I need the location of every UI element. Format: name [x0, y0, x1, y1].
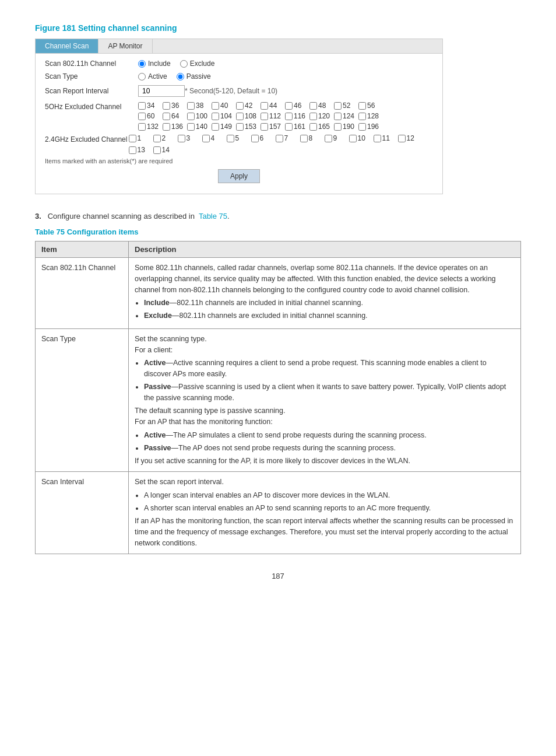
ch104[interactable]: 104 — [212, 112, 233, 120]
row2-item: Scan Type — [36, 328, 129, 471]
config-table: Item Description Scan 802.11h Channel So… — [35, 241, 521, 554]
scan-type-label: Scan Type — [45, 72, 138, 80]
exclude-label: Exclude — [190, 60, 215, 68]
ch132[interactable]: 132 — [138, 123, 159, 131]
5ghz-row1: 34 36 38 40 42 44 46 48 52 56 — [138, 102, 379, 110]
ch7[interactable]: 7 — [276, 134, 297, 142]
ch120[interactable]: 120 — [309, 112, 330, 120]
active-option[interactable]: Active — [138, 72, 167, 80]
ch60[interactable]: 60 — [138, 112, 159, 120]
apply-button[interactable]: Apply — [218, 169, 260, 183]
row3-bullet2: A shorter scan interval enables an AP to… — [144, 503, 515, 514]
ch112[interactable]: 112 — [261, 112, 281, 120]
ch42[interactable]: 42 — [236, 102, 257, 110]
ch12[interactable]: 12 — [398, 134, 419, 142]
row2-desc: Set the scanning type. For a client: Act… — [129, 328, 521, 471]
24ghz-channels: 1 2 3 4 5 6 7 8 9 10 11 12 13 14 — [129, 134, 433, 154]
row2-active-ap: Active—The AP simulates a client to send… — [144, 430, 515, 441]
scan-type-controls: Active Passive — [138, 72, 211, 80]
scan-interval-row: Scan Report Interval * Second(5-120, Def… — [45, 85, 433, 97]
row3-intro: Set the scan report interval. — [135, 477, 515, 488]
exclude-radio[interactable] — [180, 60, 188, 68]
row2-for-client: For a client: — [135, 345, 515, 356]
ch13[interactable]: 13 — [129, 146, 150, 154]
step3-period: . — [227, 212, 230, 220]
ch34[interactable]: 34 — [138, 102, 159, 110]
ch190[interactable]: 190 — [334, 123, 355, 131]
table-row: Scan 802.11h Channel Some 802.11h channe… — [36, 258, 521, 329]
ch100[interactable]: 100 — [187, 112, 208, 120]
ch9[interactable]: 9 — [325, 134, 346, 142]
ch3[interactable]: 3 — [178, 134, 199, 142]
step3-text: 3. Configure channel scanning as describ… — [35, 212, 521, 220]
table-row: Scan Interval Set the scan report interv… — [36, 472, 521, 554]
row2-passive-client: Passive—Passive scanning is used by a cl… — [144, 382, 515, 404]
table75-link[interactable]: Table 75 — [199, 212, 227, 220]
ch64[interactable]: 64 — [163, 112, 184, 120]
active-radio[interactable] — [138, 73, 146, 80]
ch5[interactable]: 5 — [227, 134, 248, 142]
row3-after: If an AP has the monitoring function, th… — [135, 516, 515, 548]
ch14[interactable]: 14 — [153, 146, 174, 154]
ch124[interactable]: 124 — [334, 112, 355, 120]
figure-title: Figure 181 Setting channel scanning — [35, 23, 521, 33]
ch116[interactable]: 116 — [285, 112, 306, 120]
ch8[interactable]: 8 — [300, 134, 321, 142]
5ghz-channels-grid: 34 36 38 40 42 44 46 48 52 56 60 64 100 … — [138, 102, 379, 131]
row2-passive-ap: Passive—The AP does not send probe reque… — [144, 443, 515, 454]
active-label: Active — [148, 72, 167, 80]
ch46[interactable]: 46 — [285, 102, 306, 110]
ch4[interactable]: 4 — [202, 134, 223, 142]
ch165[interactable]: 165 — [309, 123, 330, 131]
ch10[interactable]: 10 — [349, 134, 370, 142]
table-title: Table 75 Configuration items — [35, 228, 521, 236]
row1-bullets: Include—802.11h channels are included in… — [144, 298, 515, 321]
include-option[interactable]: Include — [138, 60, 171, 68]
passive-radio[interactable] — [177, 73, 184, 80]
form-note: Items marked with an asterisk(*) are req… — [45, 158, 433, 164]
row2-ap-bullets: Active—The AP simulates a client to send… — [144, 430, 515, 454]
ch108[interactable]: 108 — [236, 112, 257, 120]
ch157[interactable]: 157 — [261, 123, 281, 131]
row2-client-bullets: Active—Active scanning requires a client… — [144, 358, 515, 403]
ch36[interactable]: 36 — [163, 102, 184, 110]
ch161[interactable]: 161 — [285, 123, 306, 131]
tab-channel-scan[interactable]: Channel Scan — [36, 39, 98, 53]
row3-bullets: A longer scan interval enables an AP to … — [144, 490, 515, 514]
ch136[interactable]: 136 — [163, 123, 184, 131]
row3-item: Scan Interval — [36, 472, 129, 554]
scan-interval-label: Scan Report Interval — [45, 87, 138, 95]
ch44[interactable]: 44 — [261, 102, 281, 110]
ch6[interactable]: 6 — [251, 134, 272, 142]
ch48[interactable]: 48 — [309, 102, 330, 110]
ch1[interactable]: 1 — [129, 134, 150, 142]
table-header-row: Item Description — [36, 242, 521, 258]
ch128[interactable]: 128 — [358, 112, 379, 120]
scan-80211h-controls: Include Exclude — [138, 60, 214, 68]
include-radio[interactable] — [138, 60, 146, 68]
ch153[interactable]: 153 — [236, 123, 257, 131]
col-description: Description — [129, 242, 521, 258]
scan-interval-input[interactable] — [138, 85, 185, 97]
ch11[interactable]: 11 — [374, 134, 395, 142]
step3-intro: Configure channel scanning as described … — [48, 212, 195, 220]
form-area: Scan 802.11h Channel Include Exclude Sca… — [36, 54, 442, 194]
tab-ap-monitor[interactable]: AP Monitor — [98, 39, 152, 53]
col-item: Item — [36, 242, 129, 258]
ch40[interactable]: 40 — [212, 102, 233, 110]
include-label: Include — [148, 60, 171, 68]
row1-intro: Some 802.11h channels, called radar chan… — [135, 262, 515, 295]
ch149[interactable]: 149 — [212, 123, 233, 131]
row1-item: Scan 802.11h Channel — [36, 258, 129, 329]
tab-bar: Channel Scan AP Monitor — [36, 39, 442, 54]
ch140[interactable]: 140 — [187, 123, 208, 131]
ch196[interactable]: 196 — [358, 123, 379, 131]
5ghz-channel-row: 5OHz Excluded Channel 34 36 38 40 42 44 … — [45, 102, 433, 131]
passive-option[interactable]: Passive — [177, 72, 211, 80]
ch52[interactable]: 52 — [334, 102, 355, 110]
ch2[interactable]: 2 — [153, 134, 174, 142]
ch38[interactable]: 38 — [187, 102, 208, 110]
exclude-option[interactable]: Exclude — [180, 60, 215, 68]
row2-for-ap: For an AP that has the monitoring functi… — [135, 416, 515, 428]
ch56[interactable]: 56 — [358, 102, 379, 110]
